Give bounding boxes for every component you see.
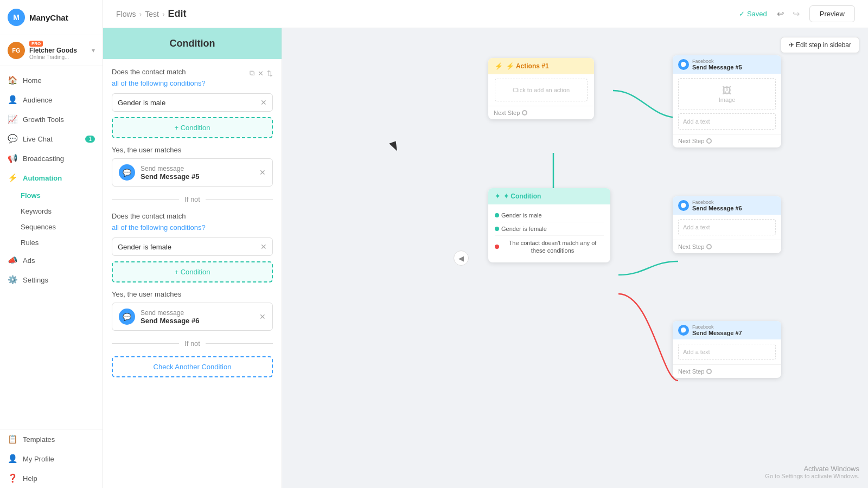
actions-node-header: ⚡ ⚡ Actions #1 bbox=[488, 58, 594, 74]
live-chat-icon: 💬 bbox=[8, 134, 17, 144]
sidebar-item-label: Ads bbox=[23, 256, 35, 265]
user-name: Fletcher Goods bbox=[29, 47, 87, 54]
send-message-5-node[interactable]: Facebook Send Message #5 🖼 Image Add a t… bbox=[673, 55, 781, 147]
actions-node-body: Click to add an action bbox=[488, 74, 594, 106]
broadcasting-icon: 📢 bbox=[8, 153, 17, 163]
add-condition2-button[interactable]: + Condition bbox=[112, 261, 273, 282]
sidebar-item-label: Live Chat bbox=[23, 135, 53, 143]
yes-matches-label-1: Yes, the user matches bbox=[112, 146, 273, 154]
sidebar-item-label: Settings bbox=[23, 276, 48, 284]
canvas: ✈ Edit step in sidebar ◀ ⚡ ⚡ Actions #1 … bbox=[282, 28, 868, 488]
node5-img: 🖼 Image bbox=[678, 78, 776, 110]
logo-text: ManyChat bbox=[29, 13, 68, 22]
cursor bbox=[389, 141, 399, 152]
node6-body: Add a text bbox=[673, 215, 781, 240]
send-message-6-node[interactable]: Facebook Send Message #6 Add a text Next… bbox=[673, 196, 781, 253]
breadcrumb-test[interactable]: Test bbox=[145, 10, 159, 18]
sidebar-item-templates[interactable]: 📋 Templates bbox=[0, 429, 103, 449]
user-sub: Online Trading... bbox=[29, 54, 87, 60]
collapse-panel-button[interactable]: ◀ bbox=[454, 251, 469, 266]
tag1-close-button[interactable]: ✕ bbox=[260, 98, 267, 107]
send-message-7-node[interactable]: Facebook Send Message #7 Add a text Next… bbox=[673, 321, 781, 378]
node7-text: Add a text bbox=[678, 344, 776, 360]
condition-row-3: The contact doesn't match any of these c… bbox=[495, 236, 604, 258]
add-condition1-button[interactable]: + Condition bbox=[112, 117, 273, 138]
help-icon: ❓ bbox=[8, 473, 17, 483]
logo-section[interactable]: M ManyChat bbox=[0, 0, 103, 35]
condition2-link[interactable]: all of the following conditions? bbox=[112, 223, 206, 232]
sidebar-item-ads[interactable]: 📣 Ads bbox=[0, 251, 103, 270]
breadcrumb: Flows › Test › Edit bbox=[116, 8, 187, 20]
sidebar-item-live-chat[interactable]: 💬 Live Chat 1 bbox=[0, 129, 103, 149]
saved-label: ✓ Saved bbox=[739, 10, 767, 18]
actions-node[interactable]: ⚡ ⚡ Actions #1 Click to add an action Ne… bbox=[488, 58, 594, 119]
automation-icon: ⚡ bbox=[8, 173, 17, 183]
sidebar-bottom: 📋 Templates 👤 My Profile ❓ Help bbox=[0, 429, 103, 488]
tag2-close-button[interactable]: ✕ bbox=[260, 242, 267, 251]
subnav-rules[interactable]: Rules bbox=[21, 235, 103, 251]
subnav-sequences[interactable]: Sequences bbox=[21, 219, 103, 235]
pro-badge: PRO bbox=[29, 41, 43, 47]
edit-step-button[interactable]: ✈ Edit step in sidebar bbox=[781, 37, 859, 53]
header-actions: ✓ Saved ↩ ↪ Preview bbox=[739, 5, 855, 22]
main-area: Flows › Test › Edit ✓ Saved ↩ ↪ Preview … bbox=[103, 0, 868, 488]
undo-button[interactable]: ↩ bbox=[774, 7, 787, 21]
sidebar-item-audience[interactable]: 👤 Audience bbox=[0, 90, 103, 110]
condition-node-header: ✦ ✦ Condition bbox=[488, 188, 610, 204]
node7-circle bbox=[706, 369, 712, 374]
breadcrumb-current: Edit bbox=[168, 8, 187, 20]
undo-redo: ↩ ↪ bbox=[774, 7, 803, 21]
subnav-flows[interactable]: Flows bbox=[21, 188, 103, 203]
copy-button[interactable]: ⧉ bbox=[250, 69, 254, 78]
send-message-card-2: 💬 Send message Send Message #6 ✕ bbox=[112, 303, 273, 331]
automation-subnav: Flows Keywords Sequences Rules bbox=[0, 188, 103, 251]
sidebar-item-home[interactable]: 🏠 Home bbox=[0, 70, 103, 90]
sidebar-item-growth-tools[interactable]: 📈 Growth Tools bbox=[0, 110, 103, 129]
sidebar-item-label: Audience bbox=[23, 96, 52, 104]
sidebar-item-help[interactable]: ❓ Help bbox=[0, 468, 103, 488]
growth-icon: 📈 bbox=[8, 114, 17, 124]
sidebar-item-label: Templates bbox=[23, 435, 55, 444]
divider-1: If not bbox=[112, 195, 273, 203]
node5-circle bbox=[706, 138, 712, 144]
user-section[interactable]: FG PRO Fletcher Goods Online Trading... … bbox=[0, 35, 103, 66]
breadcrumb-flows[interactable]: Flows bbox=[116, 10, 136, 18]
check-another-condition-button[interactable]: Check Another Condition bbox=[112, 356, 273, 377]
messenger-icon-1: 💬 bbox=[119, 164, 135, 181]
sidebar-item-settings[interactable]: ⚙️ Settings bbox=[0, 270, 103, 290]
actions-placeholder[interactable]: Click to add an action bbox=[495, 79, 588, 101]
redo-button[interactable]: ↪ bbox=[789, 7, 803, 21]
cond-dot-2 bbox=[495, 227, 499, 231]
node5-next-step: Next Step bbox=[673, 134, 781, 147]
remove-send1-button[interactable]: ✕ bbox=[259, 168, 266, 177]
preview-button[interactable]: Preview bbox=[809, 5, 855, 22]
remove-send2-button[interactable]: ✕ bbox=[259, 312, 266, 321]
condition2-tag: Gender is female ✕ bbox=[112, 237, 273, 256]
condition-node[interactable]: ✦ ✦ Condition Gender is male Gender is f… bbox=[488, 188, 610, 262]
templates-icon: 📋 bbox=[8, 434, 17, 444]
sidebar-item-label: Broadcasting bbox=[23, 155, 64, 163]
send-message-card-1: 💬 Send message Send Message #5 ✕ bbox=[112, 158, 273, 187]
messenger-icon-2: 💬 bbox=[119, 309, 135, 325]
sidebar-item-label: Automation bbox=[23, 174, 62, 182]
main-nav: 🏠 Home 👤 Audience 📈 Growth Tools 💬 Live … bbox=[0, 66, 103, 294]
yes-matches-label-2: Yes, the user matches bbox=[112, 290, 273, 298]
node6-next-step: Next Step bbox=[673, 240, 781, 253]
home-icon: 🏠 bbox=[8, 75, 17, 85]
condition-row-1: Gender is male bbox=[495, 209, 604, 222]
close-button[interactable]: ✕ bbox=[258, 69, 264, 78]
sidebar-item-my-profile[interactable]: 👤 My Profile bbox=[0, 449, 103, 468]
move-button[interactable]: ⇅ bbox=[267, 69, 273, 78]
actions-next-step: Next Step bbox=[488, 106, 594, 119]
condition1-link[interactable]: all of the following conditions? bbox=[112, 79, 206, 87]
user-info: PRO Fletcher Goods Online Trading... bbox=[29, 41, 87, 60]
node6-circle bbox=[706, 244, 712, 249]
subnav-keywords[interactable]: Keywords bbox=[21, 203, 103, 219]
logo-icon: M bbox=[8, 9, 25, 26]
panel-title: Condition bbox=[103, 28, 282, 59]
audience-icon: 👤 bbox=[8, 95, 17, 105]
sidebar-item-automation[interactable]: ⚡ Automation bbox=[0, 168, 103, 188]
condition-panel: Condition Does the contact match all of … bbox=[103, 28, 282, 488]
sidebar-item-broadcasting[interactable]: 📢 Broadcasting bbox=[0, 149, 103, 168]
node6-header: Facebook Send Message #6 bbox=[673, 196, 781, 215]
